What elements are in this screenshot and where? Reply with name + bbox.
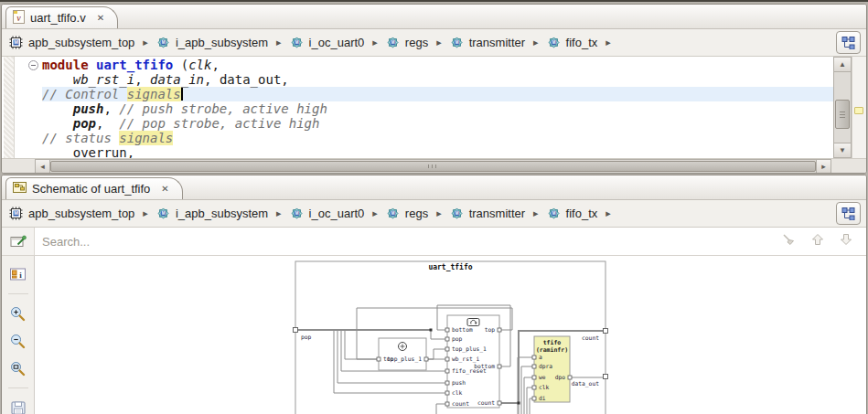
- svg-text:a: a: [539, 354, 542, 360]
- scroll-up-icon[interactable]: ▲: [834, 58, 851, 72]
- properties-icon[interactable]: i: [7, 265, 29, 283]
- port-pin: [445, 381, 449, 385]
- occurrence-marker[interactable]: [854, 107, 863, 114]
- horizontal-scroll-thumb[interactable]: [50, 161, 816, 172]
- svg-text:M: M: [295, 40, 298, 45]
- wire: [518, 357, 532, 414]
- schematic-canvas[interactable]: uart_tfifotoptop_plus_1bottompoptop_plus…: [35, 256, 866, 414]
- schematic-block: [379, 338, 426, 370]
- vertical-scrollbar[interactable]: ▲ ▼: [833, 57, 852, 158]
- hierarchy-button[interactable]: [836, 202, 861, 225]
- port-pin: [498, 328, 501, 332]
- breadcrumb-separator: ▸: [436, 37, 442, 48]
- breadcrumb-item-transmitter[interactable]: Mtransmitter: [450, 207, 525, 220]
- port-pin: [445, 337, 449, 341]
- port-pin: [498, 401, 501, 405]
- scroll-right-icon[interactable]: ▸: [816, 160, 830, 173]
- breadcrumb-separator: ▸: [372, 37, 378, 48]
- wire: [431, 330, 445, 339]
- instance-chip-icon: M: [450, 207, 464, 220]
- tab-label: uart_tfifo.v: [30, 11, 86, 25]
- svg-text:di: di: [539, 395, 546, 401]
- wire: [426, 349, 445, 359]
- close-icon[interactable]: ✕: [161, 184, 168, 194]
- breadcrumb-separator: ▸: [533, 207, 539, 219]
- scroll-left-icon[interactable]: ◂: [36, 160, 50, 173]
- zoom-in-icon[interactable]: [7, 304, 29, 323]
- port-pin: [445, 347, 449, 351]
- port-pin: [445, 357, 449, 361]
- edge-port-pin: [604, 375, 608, 379]
- svg-text:clk: clk: [539, 384, 550, 390]
- breadcrumb-item-fifo_tx[interactable]: Mfifo_tx: [547, 207, 598, 220]
- schematic-toolbar: i: [2, 256, 35, 414]
- code-editor[interactable]: module uart_tfifo (clk, wb_rst_i, data_i…: [2, 57, 866, 158]
- svg-text:push: push: [452, 379, 466, 387]
- horizontal-scrollbar[interactable]: ◂ ▸: [35, 159, 831, 174]
- clear-broom-icon[interactable]: [781, 232, 797, 251]
- breadcrumb-item-i_oc_uart0[interactable]: Mi_oc_uart0: [290, 36, 365, 49]
- wire-junction: [430, 329, 433, 332]
- port-pin: [424, 357, 428, 361]
- breadcrumb-separator: ▸: [143, 37, 148, 48]
- code-line: module uart_tfifo (clk,: [42, 58, 833, 72]
- svg-text:pop: pop: [301, 334, 312, 341]
- breadcrumb-item-transmitter[interactable]: Mtransmitter: [450, 36, 525, 49]
- breadcrumb-item-i_apb_subsystem[interactable]: Mi_apb_subsystem: [156, 36, 268, 49]
- verilog-file-icon: v: [13, 10, 25, 27]
- svg-text:M: M: [391, 40, 394, 45]
- breadcrumb-item-fifo_tx[interactable]: Mfifo_tx: [547, 36, 598, 49]
- breadcrumb: Mapb_subsystem_top▸Mi_apb_subsystem▸Mi_o…: [9, 36, 619, 49]
- breadcrumb-separator: ▸: [276, 207, 282, 219]
- breadcrumb-item-apb_subsystem_top[interactable]: Mapb_subsystem_top: [9, 207, 134, 220]
- arrow-up-icon[interactable]: [810, 232, 825, 250]
- vertical-scroll-thumb[interactable]: [835, 100, 850, 129]
- fold-collapse-icon[interactable]: [28, 60, 38, 70]
- svg-text:M: M: [14, 39, 18, 45]
- svg-text:clk: clk: [452, 389, 463, 396]
- instance-chip-icon: M: [450, 36, 464, 49]
- code-area[interactable]: module uart_tfifo (clk, wb_rst_i, data_i…: [42, 58, 833, 160]
- editor-pane: v uart_tfifo.v ✕ Mapb_subsystem_top▸Mi_a…: [1, 4, 867, 174]
- schematic-tabbar: Schematic of uart_tfifo ✕: [2, 175, 866, 200]
- schematic-pane: Schematic of uart_tfifo ✕ Mapb_subsystem…: [1, 175, 867, 414]
- arrow-down-icon[interactable]: [839, 232, 853, 250]
- svg-text:we: we: [539, 374, 546, 380]
- port-pin: [445, 328, 449, 332]
- port-pin: [532, 365, 536, 368]
- schematic-search-bar: [2, 228, 866, 256]
- code-line: push, // push strobe, active high: [42, 101, 833, 116]
- svg-text:dpra: dpra: [539, 363, 552, 370]
- svg-text:bottom: bottom: [452, 326, 473, 333]
- breadcrumb-item-regs[interactable]: Mregs: [386, 36, 428, 49]
- overview-ruler[interactable]: [852, 57, 866, 158]
- svg-text:M: M: [391, 211, 394, 216]
- breadcrumb-item-i_apb_subsystem[interactable]: Mi_apb_subsystem: [156, 207, 268, 220]
- breadcrumb-item-regs[interactable]: Mregs: [386, 207, 428, 220]
- search-actions: [781, 228, 853, 255]
- svg-text:wb_rst_i: wb_rst_i: [452, 356, 480, 363]
- breadcrumb-item-i_oc_uart0[interactable]: Mi_oc_uart0: [290, 207, 365, 220]
- pin-view-icon[interactable]: [2, 228, 35, 255]
- breadcrumb-separator: ▸: [605, 207, 611, 219]
- hierarchy-button[interactable]: [836, 31, 861, 54]
- instance-chip-icon: M: [547, 207, 561, 220]
- breadcrumb-separator: ▸: [372, 207, 378, 219]
- breadcrumb-item-apb_subsystem_top[interactable]: Mapb_subsystem_top: [9, 36, 134, 49]
- svg-text:M: M: [295, 211, 298, 216]
- zoom-out-icon[interactable]: [7, 332, 29, 350]
- search-input[interactable]: [35, 228, 781, 255]
- close-icon[interactable]: ✕: [97, 13, 104, 23]
- scroll-down-icon[interactable]: ▼: [834, 143, 851, 157]
- svg-text:top: top: [485, 326, 496, 334]
- port-pin: [377, 357, 380, 361]
- save-icon[interactable]: [7, 398, 29, 414]
- zoom-fit-icon[interactable]: [7, 359, 29, 377]
- svg-text:v: v: [16, 12, 21, 22]
- tab-uart-tfifo-v[interactable]: v uart_tfifo.v ✕: [5, 6, 118, 28]
- annotation-ruler: [4, 57, 15, 158]
- svg-text:M: M: [455, 211, 458, 216]
- wire-junction: [518, 402, 520, 405]
- tab-schematic[interactable]: Schematic of uart_tfifo ✕: [5, 177, 183, 199]
- breadcrumb-separator: ▸: [143, 207, 148, 219]
